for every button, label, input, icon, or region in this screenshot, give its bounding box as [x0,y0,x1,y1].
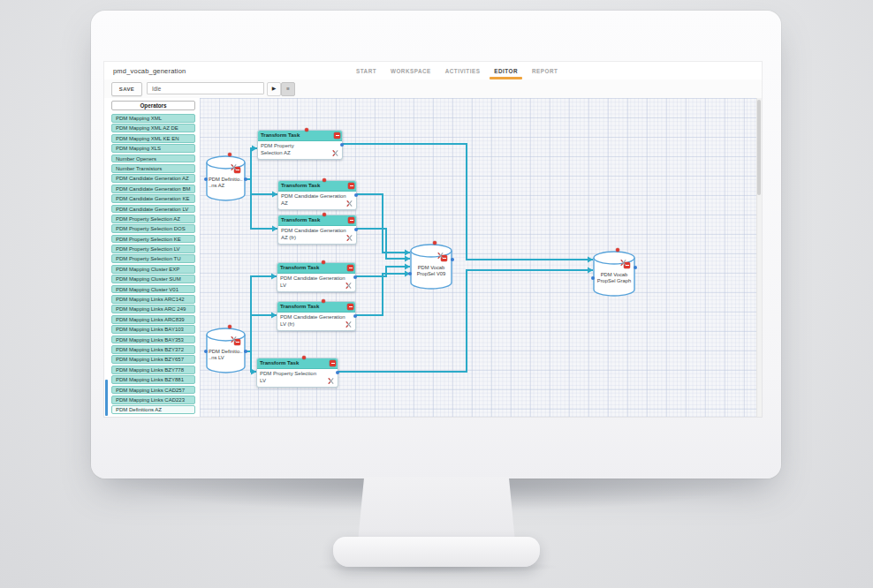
operator-item[interactable]: PDM Mapping Cluster SUM [111,275,195,283]
input-port[interactable] [408,272,412,275]
task-name-line2: LV (fr) [280,321,353,328]
task-node-prop-sel-az[interactable]: Transform TaskPDM PropertySelection AZ [257,130,343,160]
operator-item[interactable]: PDM Mapping XML [111,114,195,123]
output-port[interactable] [244,350,247,353]
canvas-scrollbar-thumb[interactable] [757,100,761,195]
remove-button[interactable] [334,132,340,139]
task-node-prop-sel-lv[interactable]: Transform TaskPDM Property SelectionLV [256,358,338,388]
task-node-cand-gen-lv[interactable]: Transform TaskPDM Candidate GenerationLV [277,262,356,292]
operator-item[interactable]: PDM Mapping Links BZY657 [111,355,195,364]
task-node-cand-gen-az[interactable]: Transform TaskPDM Candidate GenerationAZ [277,180,357,210]
task-name-line1: PDM Property [261,143,339,150]
output-port[interactable] [340,143,344,147]
operator-item[interactable]: PDM Mapping Links ARC839 [111,315,195,324]
task-type-label: Transform Task [261,131,300,140]
task-header: Transform Task [278,215,356,226]
tab-start[interactable]: START [355,63,377,79]
output-port[interactable] [353,314,357,318]
stop-button[interactable]: ■ [281,82,295,96]
cut-icon[interactable] [345,234,353,242]
app-header: pmd_vocab_generation STARTWORKSPACEACTIV… [104,62,762,80]
operator-item[interactable]: PDM Mapping XLS [111,144,195,153]
tab-report[interactable]: REPORT [531,63,558,79]
task-name-line2: AZ [281,200,353,207]
operator-item[interactable]: PDM Candidate Generation AZ [111,174,195,183]
status-dot [616,248,619,252]
operator-item[interactable]: PDM Mapping Links CAD223 [111,396,195,404]
operator-item[interactable]: Number Transistors [111,164,195,173]
datastore-node-def-lv[interactable]: PDM Definitio....ns LV [206,328,246,373]
output-port[interactable] [336,371,339,374]
operator-item[interactable]: PDM Mapping Links BZY881 [111,375,195,384]
save-button[interactable]: SAVE [111,82,142,96]
cut-icon[interactable] [331,149,339,157]
cut-icon[interactable] [345,320,353,328]
task-name-line1: PDM Candidate Generation [280,275,353,283]
task-node-cand-gen-lv-fr[interactable]: Transform TaskPDM Candidate GenerationLV… [277,301,356,331]
datastore-node-vocab-v09[interactable]: PDM VocabPropSel V09 [410,244,452,290]
output-port[interactable] [634,266,637,269]
operator-item[interactable]: PDM Property Selection LV [111,245,195,253]
operator-item[interactable]: PDM Mapping Links BZY372 [111,345,195,354]
task-header: Transform Task [277,263,355,274]
cut-icon[interactable] [345,200,353,207]
operator-item[interactable]: PDM Candidate Generation KE [111,194,195,203]
output-port[interactable] [354,193,358,197]
play-button[interactable]: ▶ [267,82,281,96]
operator-item[interactable]: PDM Mapping Cluster V01 [111,285,195,294]
operator-item[interactable]: PDM Mapping Links BAY353 [111,335,195,344]
remove-button[interactable] [348,217,354,223]
tab-workspace[interactable]: WORKSPACE [390,63,432,79]
tab-activities[interactable]: ACTIVITIES [444,63,482,79]
tab-editor[interactable]: EDITOR [493,63,519,79]
operator-item[interactable]: PDM Candidate Generation BM [111,185,195,193]
remove-button[interactable] [347,304,353,310]
operator-item[interactable]: PDM Candidate Generation LV [111,205,195,214]
datastore-label-line1: PDM Vocab [593,272,635,278]
operator-item[interactable]: PDM Property Selection AZ [111,215,195,223]
operators-list: PDM Mapping XMLPDM Mapping XML AZ DEPDM … [111,114,195,414]
operator-item[interactable]: PDM Mapping Links ARC142 [111,295,195,304]
operator-item[interactable]: PDM Definitions AZ [111,405,195,414]
datastore-label-line1: PDM Definitio.. [209,349,246,355]
input-port[interactable] [204,350,208,353]
task-name-line1: PDM Property Selection [260,371,335,378]
task-name-line1: PDM Candidate Generation [281,193,353,200]
datastore-label: PDM VocabPropSel Graph [593,272,635,284]
datastore-label-line2: ..ns AZ [209,183,246,189]
operator-item[interactable]: PDM Mapping Links BAY103 [111,325,195,334]
operator-item[interactable]: PDM Mapping XML AZ DE [111,124,195,132]
datastore-node-vocab-graph[interactable]: PDM VocabPropSel Graph [593,251,635,297]
operator-item[interactable]: PDM Mapping XML KE EN [111,134,195,143]
status-dot [228,153,232,156]
operator-item[interactable]: PDM Mapping Cluster EXP [111,265,195,274]
operator-item[interactable]: PDM Property Selection DOS [111,224,195,233]
output-port[interactable] [451,258,454,261]
datastore-label: PDM VocabPropSel V09 [410,265,452,277]
remove-button[interactable] [348,183,354,189]
remove-button[interactable] [347,265,353,271]
operator-item[interactable]: Number Openers [111,155,195,163]
output-port[interactable] [353,275,357,279]
sidebar-scrollbar-thumb[interactable] [105,380,108,416]
cut-icon[interactable] [327,377,335,385]
output-port[interactable] [244,177,247,181]
task-header: Transform Task [278,181,356,192]
remove-button[interactable] [330,360,336,366]
operator-item[interactable]: PDM Mapping Links CAD257 [111,386,195,395]
task-node-cand-gen-az-fr[interactable]: Transform TaskPDM Candidate GenerationAZ… [277,215,357,245]
task-body: PDM PropertySelection AZ [258,141,342,156]
input-port[interactable] [591,276,595,280]
app-toolbar: SAVE ▶ ■ [104,79,762,99]
operator-item[interactable]: PDM Property Selection KE [111,235,195,244]
input-port[interactable] [204,177,208,181]
operator-item[interactable]: PDM Mapping Links ARC 249 [111,305,195,313]
cut-icon[interactable] [345,282,353,290]
output-port[interactable] [354,228,358,231]
datastore-label-line2: PropSel Graph [593,278,635,284]
operator-item[interactable]: PDM Mapping Links BZY778 [111,366,195,374]
monitor-stand-neck [358,477,515,542]
operator-item[interactable]: PDM Property Selection TU [111,254,195,263]
datastore-node-def-az[interactable]: PDM Definitio....ns AZ [206,155,246,201]
status-input[interactable] [147,82,264,94]
